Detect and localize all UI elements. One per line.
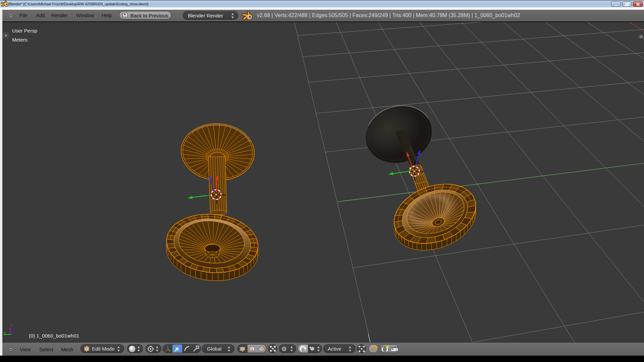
svg-text:z: z — [12, 325, 14, 329]
svg-text:x: x — [10, 323, 12, 327]
svg-text:y: y — [4, 330, 6, 335]
